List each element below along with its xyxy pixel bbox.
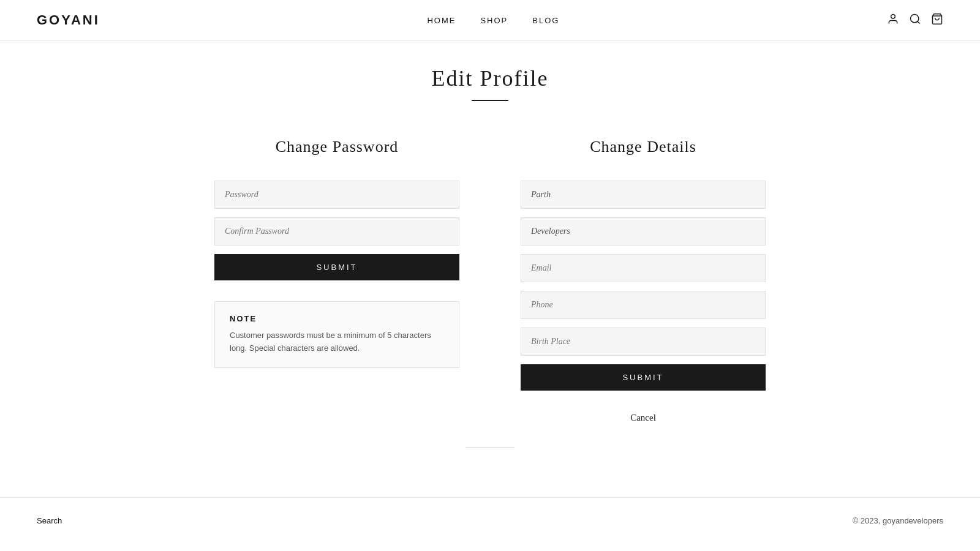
footer-search-link[interactable]: Search (37, 516, 62, 525)
first-name-field-group (521, 181, 766, 209)
last-name-input[interactable] (521, 217, 766, 246)
main-content: Change Password SUBMIT NOTE Customer pas… (0, 113, 980, 448)
details-submit-group: SUBMIT (521, 364, 766, 403)
first-name-input[interactable] (521, 181, 766, 209)
footer-copyright: © 2023, goyandevelopers (853, 516, 943, 525)
note-title: NOTE (230, 314, 444, 323)
svg-line-2 (918, 21, 920, 24)
nav-icons (887, 13, 943, 28)
cancel-link[interactable]: Cancel (521, 413, 766, 423)
change-password-title: Change Password (214, 138, 459, 156)
birth-place-field-group (521, 328, 766, 356)
password-submit-button[interactable]: SUBMIT (214, 254, 459, 280)
footer-divider-line (0, 448, 980, 448)
password-input[interactable] (214, 181, 459, 209)
svg-point-1 (911, 15, 919, 23)
nav-link-home[interactable]: HOME (427, 16, 456, 25)
note-text: Customer passwords must be a minimum of … (230, 329, 444, 355)
note-box: NOTE Customer passwords must be a minimu… (214, 301, 459, 368)
phone-input[interactable] (521, 291, 766, 319)
main-nav: HOME SHOP BLOG (427, 16, 559, 25)
birth-place-input[interactable] (521, 328, 766, 356)
details-submit-button[interactable]: SUBMIT (521, 364, 766, 391)
account-icon[interactable] (887, 13, 899, 28)
page-title: Edit Profile (0, 66, 980, 91)
title-divider (472, 100, 508, 101)
password-submit-group: SUBMIT (214, 254, 459, 293)
password-field-group (214, 181, 459, 209)
change-details-section: Change Details SUBMIT Cancel (521, 138, 766, 423)
cart-icon[interactable] (931, 13, 943, 28)
phone-field-group (521, 291, 766, 319)
email-input[interactable] (521, 254, 766, 282)
last-name-field-group (521, 217, 766, 246)
change-password-section: Change Password SUBMIT NOTE Customer pas… (214, 138, 459, 423)
svg-point-0 (891, 15, 895, 19)
change-details-title: Change Details (521, 138, 766, 156)
footer-divider (466, 448, 514, 448)
brand-logo[interactable]: GOYANI (37, 12, 100, 28)
page-title-section: Edit Profile (0, 41, 980, 113)
nav-link-blog[interactable]: BLOG (532, 16, 559, 25)
footer: Search © 2023, goyandevelopers (0, 497, 980, 544)
confirm-password-input[interactable] (214, 217, 459, 246)
email-field-group (521, 254, 766, 282)
confirm-password-field-group (214, 217, 459, 246)
search-icon[interactable] (909, 13, 921, 28)
nav-link-shop[interactable]: SHOP (480, 16, 508, 25)
